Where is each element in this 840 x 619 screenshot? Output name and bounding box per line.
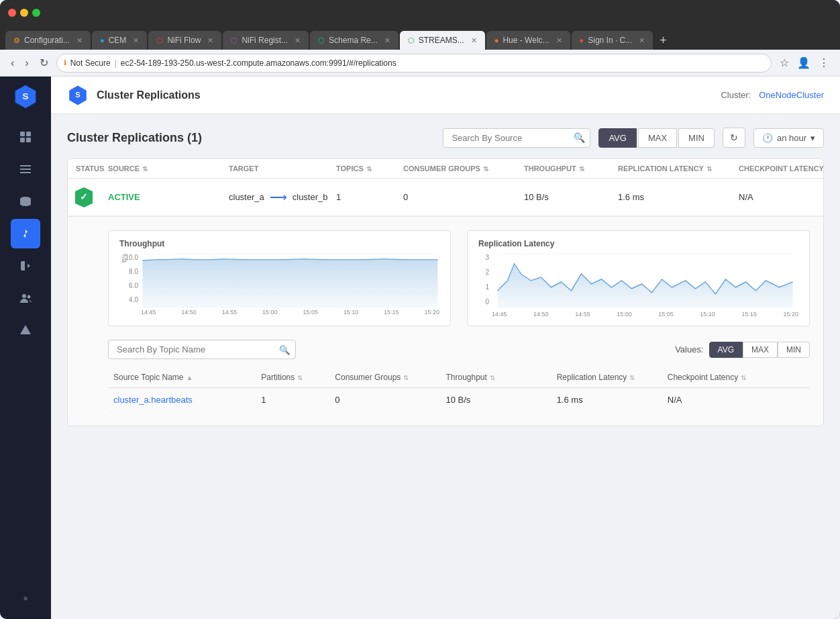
throughput-chart-svg bbox=[141, 254, 439, 307]
source-search-button[interactable]: 🔍 bbox=[574, 132, 585, 143]
tab-close-icon[interactable]: ✕ bbox=[639, 36, 645, 45]
address-text: ec2-54-189-193-250.us-west-2.compute.ama… bbox=[121, 58, 397, 68]
menu-button[interactable]: ⋮ bbox=[816, 54, 832, 72]
browser-tab-nifi-reg[interactable]: ⬡ NiFi Regist... ✕ bbox=[223, 31, 309, 50]
sidebar-item-replications[interactable] bbox=[11, 219, 40, 248]
x-label: 15:10 bbox=[700, 311, 715, 318]
col-header-target: TARGET bbox=[221, 164, 328, 173]
svg-rect-13 bbox=[25, 333, 26, 334]
sidebar-item-alerts[interactable] bbox=[11, 316, 40, 345]
browser-tab-streams[interactable]: ⬡ STREAMS... ✕ bbox=[400, 31, 485, 50]
col-header-checkpoint-latency[interactable]: CHECKPOINT LATENCY ⇅ bbox=[731, 164, 824, 173]
tab-close-icon[interactable]: ✕ bbox=[76, 36, 83, 45]
tab-close-icon[interactable]: ✕ bbox=[556, 36, 562, 45]
tab-label: Hue - Welc... bbox=[503, 36, 549, 45]
topic-search-wrap: 🔍 bbox=[108, 340, 296, 359]
values-label-text: Values: bbox=[675, 344, 703, 354]
values-min-button[interactable]: MIN bbox=[778, 342, 810, 358]
sort-icon: ⇅ bbox=[490, 374, 495, 381]
subtable-col-partitions[interactable]: Partitions ⇅ bbox=[256, 373, 329, 382]
svg-rect-6 bbox=[20, 165, 31, 166]
partitions-cell: 1 bbox=[256, 395, 329, 405]
subtable-col-throughput[interactable]: Throughput ⇅ bbox=[440, 373, 551, 382]
refresh-button[interactable]: ↻ bbox=[723, 128, 745, 148]
min-button[interactable]: MIN bbox=[678, 128, 715, 148]
sidebar-expand-button[interactable]: » bbox=[18, 588, 34, 608]
col-header-throughput[interactable]: THROUGHPUT ⇅ bbox=[516, 164, 610, 173]
tab-close-icon[interactable]: ✕ bbox=[384, 36, 390, 45]
window-controls bbox=[8, 9, 40, 17]
subtable-search-row: 🔍 Values: AVG MAX MIN bbox=[108, 340, 810, 359]
metric-buttons: AVG MAX MIN bbox=[598, 128, 715, 148]
browser-tabs: ⚙ Configurati... ✕ ● CEM ✕ ⬡ NiFi Flow ✕… bbox=[0, 26, 840, 50]
x-label: 14:45 bbox=[141, 309, 156, 316]
sidebar-item-login[interactable] bbox=[11, 251, 40, 281]
sidebar-item-overview[interactable] bbox=[11, 122, 40, 152]
tab-label: NiFi Regist... bbox=[242, 36, 288, 45]
avg-button[interactable]: AVG bbox=[598, 128, 637, 148]
svg-rect-7 bbox=[20, 169, 31, 170]
values-max-button[interactable]: MAX bbox=[743, 342, 778, 358]
tab-close-icon[interactable]: ✕ bbox=[133, 36, 139, 45]
browser-tab-hue[interactable]: ● Hue - Welc... ✕ bbox=[486, 31, 570, 50]
checkpoint-latency-cell: N/A bbox=[662, 395, 810, 405]
cluster-name: OneNodeCluster bbox=[759, 90, 824, 100]
col-header-topics[interactable]: TOPICS ⇅ bbox=[328, 164, 395, 173]
bookmark-button[interactable]: ☆ bbox=[777, 54, 792, 72]
svg-rect-5 bbox=[26, 138, 31, 142]
sort-icon: ⇅ bbox=[366, 165, 372, 173]
chart-y-label: 6.0 bbox=[119, 282, 138, 289]
source-search-input[interactable] bbox=[443, 128, 590, 148]
browser-tab-nifi-flow[interactable]: ⬡ NiFi Flow ✕ bbox=[148, 31, 221, 50]
sort-icon: ⇅ bbox=[483, 165, 488, 173]
col-header-replication-latency[interactable]: REPLICATION LATENCY ⇅ bbox=[610, 164, 731, 173]
topic-search-button[interactable]: 🔍 bbox=[279, 344, 291, 354]
lock-icon: ℹ bbox=[64, 58, 66, 67]
address-bar[interactable]: ℹ Not Secure | ec2-54-189-193-250.us-wes… bbox=[56, 54, 772, 73]
throughput-cell: 10 B/s bbox=[440, 395, 551, 405]
col-header-status: STATUS bbox=[68, 164, 100, 173]
svg-rect-4 bbox=[20, 138, 25, 142]
subtable-col-replication-latency[interactable]: Replication Latency ⇅ bbox=[552, 373, 662, 382]
subtable: 🔍 Values: AVG MAX MIN bbox=[108, 340, 810, 412]
browser-tab-schema[interactable]: ⬡ Schema Re... ✕ bbox=[310, 31, 399, 50]
subtable-col-consumer-groups[interactable]: Consumer Groups ⇅ bbox=[329, 373, 440, 382]
col-header-consumer-groups[interactable]: CONSUMER GROUPS ⇅ bbox=[395, 164, 516, 173]
tab-close-icon[interactable]: ✕ bbox=[207, 36, 213, 45]
replication-latency-chart-svg bbox=[492, 254, 798, 307]
close-dot[interactable] bbox=[8, 9, 16, 17]
reload-button[interactable]: ↻ bbox=[37, 54, 51, 72]
x-label: 14:55 bbox=[575, 311, 590, 318]
profile-button[interactable]: 👤 bbox=[794, 54, 813, 72]
topic-search-input[interactable] bbox=[108, 340, 296, 359]
maximize-dot[interactable] bbox=[32, 9, 40, 17]
x-label: 15:15 bbox=[384, 309, 399, 316]
chart-y-label: 4.0 bbox=[119, 296, 138, 303]
new-tab-button[interactable]: + bbox=[654, 31, 672, 50]
forward-button[interactable]: › bbox=[22, 54, 31, 72]
sidebar-item-consumers[interactable] bbox=[11, 283, 40, 313]
values-metric-buttons: AVG MAX MIN bbox=[709, 342, 810, 358]
values-avg-button[interactable]: AVG bbox=[709, 342, 743, 358]
svg-text:✓: ✓ bbox=[80, 191, 88, 202]
browser-tab-signin[interactable]: ● Sign In · C... ✕ bbox=[572, 31, 653, 50]
status-text: ACTIVE bbox=[108, 192, 140, 202]
browser-tab-config[interactable]: ⚙ Configurati... ✕ bbox=[5, 31, 91, 50]
time-label: an hour bbox=[777, 133, 806, 143]
col-header-source[interactable]: SOURCE ⇅ bbox=[100, 164, 221, 173]
subtable-row: cluster_a.heartbeats 1 0 10 B/s 1.6 ms N… bbox=[108, 388, 810, 412]
back-button[interactable]: ‹ bbox=[8, 54, 17, 72]
tab-close-icon[interactable]: ✕ bbox=[471, 36, 477, 45]
browser-tab-cem[interactable]: ● CEM ✕ bbox=[92, 31, 147, 50]
svg-text:S: S bbox=[23, 91, 29, 101]
minimize-dot[interactable] bbox=[20, 9, 28, 17]
max-button[interactable]: MAX bbox=[638, 128, 677, 148]
sidebar-item-topics[interactable] bbox=[11, 154, 40, 184]
source-topic-link[interactable]: cluster_a.heartbeats bbox=[108, 395, 256, 405]
subtable-col-source-topic[interactable]: Source Topic Name ▲ bbox=[108, 373, 256, 382]
subtable-col-checkpoint-latency[interactable]: Checkpoint Latency ⇅ bbox=[662, 373, 810, 382]
sidebar-item-storage[interactable] bbox=[11, 187, 40, 216]
table-header: STATUS SOURCE ⇅ TARGET TOPICS ⇅ bbox=[68, 159, 823, 179]
time-range-button[interactable]: 🕐 an hour ▾ bbox=[753, 128, 824, 148]
tab-close-icon[interactable]: ✕ bbox=[295, 36, 301, 45]
